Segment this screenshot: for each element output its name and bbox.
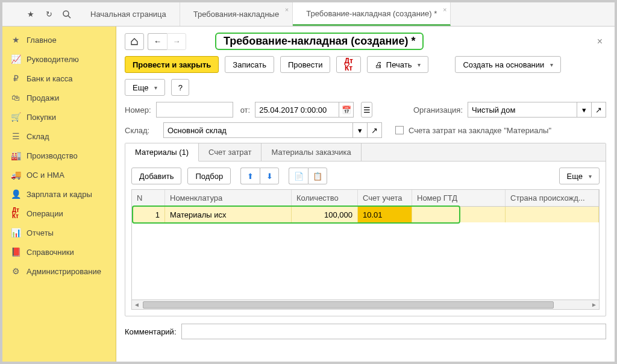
sidebar-item-label: Главное: [27, 36, 57, 45]
close-page-button[interactable]: ×: [594, 34, 606, 49]
sidebar-item-sales[interactable]: 🛍Продажи: [2, 88, 116, 107]
sidebar-item-catalogs[interactable]: 📕Справочники: [2, 242, 116, 262]
sidebar-item-label: Продажи: [27, 93, 59, 102]
sidebar-item-production[interactable]: 🏭Производство: [2, 146, 116, 165]
star-icon[interactable]: ★: [25, 9, 36, 20]
sidebar-item-bank[interactable]: ₽Банк и касса: [2, 69, 116, 88]
org-open-button[interactable]: ↗: [592, 102, 606, 118]
svg-point-0: [63, 11, 69, 16]
col-quantity[interactable]: Количество: [292, 190, 358, 206]
history-icon[interactable]: ↻: [43, 9, 54, 20]
sidebar-item-manager[interactable]: 📈Руководителю: [2, 49, 116, 69]
date-label: от:: [240, 105, 251, 115]
comment-input[interactable]: [181, 324, 607, 339]
sidebar-item-admin[interactable]: ⚙Администрирование: [2, 262, 116, 281]
sidebar-item-assets[interactable]: 🚚ОС и НМА: [2, 165, 116, 184]
cell-nomenclature[interactable]: Материалы исх: [165, 207, 292, 222]
checkbox-label: Счета затрат на закладке "Материалы": [409, 126, 551, 135]
table-row[interactable]: 1 Материалы исх 100,000 10.01: [132, 207, 599, 222]
sidebar-item-salary[interactable]: 👤Зарплата и кадры: [2, 184, 116, 204]
sidebar: ★Главное 📈Руководителю ₽Банк и касса 🛍Пр…: [2, 27, 116, 362]
print-button[interactable]: 🖨Печать: [367, 56, 429, 73]
warehouse-input[interactable]: [163, 122, 353, 138]
col-account[interactable]: Счет учета: [358, 190, 412, 206]
sidebar-item-main[interactable]: ★Главное: [2, 30, 116, 49]
star-icon: ★: [11, 35, 20, 45]
dtkt-icon: ДтКт: [344, 57, 352, 72]
tab-label: Начальная страница: [90, 10, 166, 19]
home-button[interactable]: [125, 33, 144, 50]
boxes-icon: ☰: [11, 131, 20, 141]
date-input[interactable]: [255, 102, 339, 118]
back-button[interactable]: ←: [148, 33, 167, 50]
sidebar-item-label: Покупки: [27, 113, 56, 122]
button-label: Еще: [133, 83, 148, 92]
sidebar-item-reports[interactable]: 📊Отчеты: [2, 223, 116, 242]
button-label: Создать на основании: [463, 60, 544, 69]
post-and-close-button[interactable]: Провести и закрыть: [125, 56, 219, 73]
move-down-button[interactable]: ⬇: [260, 168, 279, 184]
scroll-thumb[interactable]: [143, 301, 554, 309]
tab-label: Требование-накладная (создание) *: [306, 9, 437, 18]
sidebar-item-purchases[interactable]: 🛒Покупки: [2, 107, 116, 127]
warehouse-dropdown-button[interactable]: ▾: [353, 122, 368, 138]
cell-country[interactable]: [506, 207, 599, 222]
comment-label: Комментарий:: [125, 327, 177, 336]
org-dropdown-button[interactable]: ▾: [577, 102, 592, 118]
tab-home[interactable]: Начальная страница: [77, 2, 180, 26]
create-based-button[interactable]: Создать на основании: [455, 56, 561, 73]
cell-n[interactable]: 1: [132, 207, 165, 222]
sidebar-item-label: Склад: [27, 132, 49, 141]
horizontal-scrollbar[interactable]: ◄ ►: [132, 300, 599, 309]
close-icon[interactable]: ×: [285, 6, 289, 13]
cell-gtd[interactable]: [412, 207, 506, 222]
truck-icon: 🚚: [11, 170, 20, 180]
print-icon: 🖨: [375, 60, 383, 69]
sidebar-item-label: Банк и касса: [27, 74, 73, 83]
cost-accounts-checkbox[interactable]: [395, 126, 404, 134]
write-button[interactable]: Записать: [225, 56, 274, 73]
number-input[interactable]: [156, 102, 233, 118]
sidebar-item-label: ОС и НМА: [27, 171, 64, 180]
add-button[interactable]: Добавить: [131, 168, 181, 184]
col-gtd[interactable]: Номер ГТД: [412, 190, 506, 206]
tab-requests[interactable]: Требования-накладные×: [180, 2, 293, 26]
move-up-button[interactable]: ⬆: [240, 168, 260, 184]
cart-icon: 🛒: [11, 112, 20, 122]
scroll-left-icon[interactable]: ◄: [132, 301, 142, 308]
warehouse-open-button[interactable]: ↗: [368, 122, 382, 138]
button-label: Еще: [567, 172, 583, 181]
warehouse-label: Склад:: [125, 126, 158, 135]
inner-tab-materials[interactable]: Материалы (1): [125, 143, 199, 162]
post-button[interactable]: Провести: [280, 56, 331, 73]
col-nomenclature[interactable]: Номенклатура: [165, 190, 292, 206]
dtkt-button[interactable]: ДтКт: [336, 56, 360, 73]
more-button[interactable]: Еще: [125, 79, 165, 96]
book-icon: 📕: [11, 247, 20, 257]
sidebar-item-label: Зарплата и кадры: [27, 190, 92, 199]
grid-more-button[interactable]: Еще: [559, 168, 600, 184]
org-input[interactable]: [468, 102, 577, 118]
cell-account[interactable]: 10.01: [358, 207, 412, 222]
close-icon[interactable]: ×: [443, 6, 446, 13]
copy-button[interactable]: 📄: [289, 168, 308, 184]
calendar-button[interactable]: 📅: [339, 102, 354, 118]
paste-button[interactable]: 📋: [308, 168, 327, 184]
sidebar-item-operations[interactable]: ДтКтОперации: [2, 204, 116, 223]
report-icon: 📊: [11, 228, 20, 237]
bag-icon: 🛍: [11, 93, 20, 102]
date-extra-button[interactable]: ☰: [361, 102, 372, 118]
pick-button[interactable]: Подбор: [187, 168, 231, 184]
col-n[interactable]: N: [132, 190, 165, 206]
inner-tab-cost[interactable]: Счет затрат: [199, 143, 262, 161]
search-icon[interactable]: [61, 9, 72, 20]
tab-request-create[interactable]: Требование-накладная (создание) *×: [293, 2, 451, 26]
cell-quantity[interactable]: 100,000: [292, 207, 358, 222]
sidebar-item-warehouse[interactable]: ☰Склад: [2, 127, 116, 146]
page-title: Требование-накладная (создание) *: [215, 33, 424, 50]
scroll-right-icon[interactable]: ►: [589, 301, 599, 308]
help-button[interactable]: ?: [171, 79, 189, 96]
col-country[interactable]: Страна происхожд...: [506, 190, 599, 206]
apps-icon[interactable]: [7, 9, 18, 20]
inner-tab-customer-materials[interactable]: Материалы заказчика: [262, 143, 361, 161]
